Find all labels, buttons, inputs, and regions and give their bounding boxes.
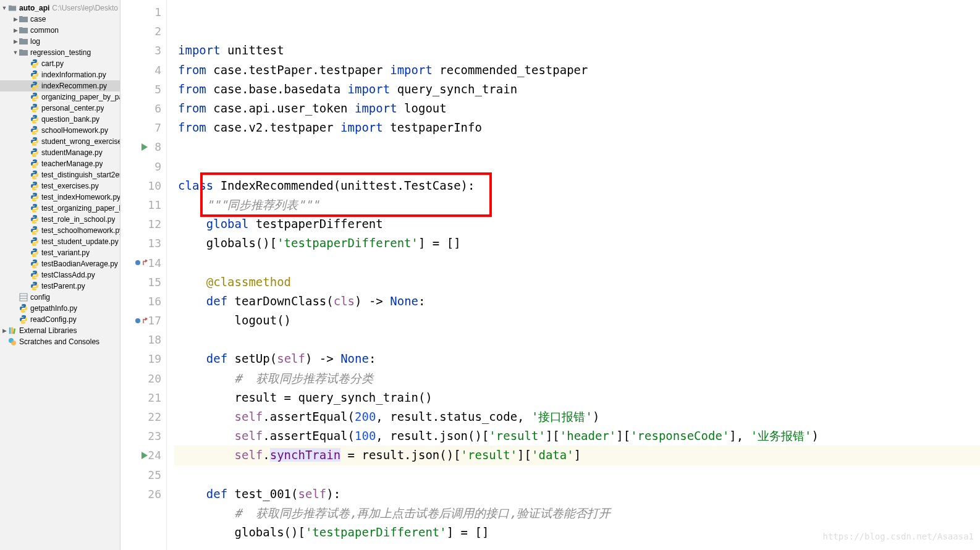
- tree-item-organizing-paper-by-pa[interactable]: organizing_paper_by_pa: [0, 91, 120, 103]
- gutter[interactable]: 1234567891011121314151617181920212223242…: [120, 0, 167, 550]
- tree-item-test-student-update-py[interactable]: test_student_update.py: [0, 236, 120, 247]
- gutter-line-5[interactable]: 5: [120, 80, 166, 99]
- code-line-16[interactable]: [174, 330, 980, 349]
- tree-item-schoolhomework-py[interactable]: schoolHomework.py: [0, 125, 120, 136]
- gutter-line-11[interactable]: 11: [120, 195, 166, 214]
- tree-item-regression-testing[interactable]: ▼regression_testing: [0, 47, 120, 58]
- scratches-consoles[interactable]: Scratches and Consoles: [0, 336, 120, 347]
- tree-item-testparent-py[interactable]: testParent.py: [0, 281, 120, 292]
- code-line-15[interactable]: logout(): [174, 311, 980, 330]
- tree-item-test-distinguish-start2en[interactable]: test_distinguish_start2en: [0, 169, 120, 180]
- code-line-11[interactable]: globals()['testpaperDifferent'] = []: [174, 234, 980, 253]
- gutter-line-15[interactable]: 15: [120, 273, 166, 292]
- external-libraries[interactable]: ▶ External Libraries: [0, 325, 120, 336]
- code-area[interactable]: import unittestfrom case.testPaper.testp…: [174, 0, 980, 550]
- code-line-4[interactable]: from case.api.user_token import logout: [174, 99, 980, 118]
- code-line-2[interactable]: from case.testPaper.testpaper import rec…: [174, 61, 980, 80]
- gutter-line-24[interactable]: 24: [120, 446, 166, 465]
- code-line-12[interactable]: [174, 253, 980, 272]
- gutter-line-1[interactable]: 1: [120, 2, 166, 22]
- code-line-17[interactable]: def setUp(self) -> None:: [174, 349, 980, 368]
- override-method-icon[interactable]: [135, 318, 148, 324]
- code-line-19[interactable]: result = query_synch_train(): [174, 388, 980, 407]
- tree-item-question-bank-py[interactable]: question_bank.py: [0, 114, 120, 125]
- run-test-icon[interactable]: [142, 452, 148, 459]
- code-line-8[interactable]: class IndexRecommended(unittest.TestCase…: [174, 176, 980, 195]
- code-line-9[interactable]: """同步推荐列表""": [174, 195, 980, 214]
- tree-item-testbaodianaverage-py[interactable]: testBaodianAverage.py: [0, 258, 120, 269]
- code-line-10[interactable]: global testpaperDifferent: [174, 214, 980, 234]
- gutter-line-18[interactable]: 18: [120, 330, 166, 349]
- gutter-line-4[interactable]: 4: [120, 61, 166, 80]
- tree-item-indexrecommen-py[interactable]: indexRecommen.py: [0, 80, 120, 91]
- code-line-24[interactable]: def test_001(self):: [174, 484, 980, 504]
- expand-arrow-icon[interactable]: ▼: [12, 49, 19, 56]
- code-editor[interactable]: 1234567891011121314151617181920212223242…: [120, 0, 980, 550]
- tree-item-test-indexhomework-py[interactable]: test_indexHomework.py: [0, 192, 120, 203]
- gutter-line-9[interactable]: 9: [120, 157, 166, 176]
- tree-item-test-organizing-paper-b[interactable]: test_organizing_paper_b: [0, 203, 120, 214]
- tree-item-label: schoolHomework.py: [41, 126, 108, 135]
- gutter-line-2[interactable]: 2: [120, 22, 166, 41]
- tree-item-log[interactable]: ▶log: [0, 36, 120, 47]
- tree-item-test-role-in-school-py[interactable]: test_role_in_school.py: [0, 214, 120, 225]
- tree-item-student-wrong-exercise-[interactable]: student_wrong_exercise.: [0, 136, 120, 147]
- code-line-25[interactable]: # 获取同步推荐试卷,再加上点击试卷后调用的接口,验证试卷能否打开: [174, 504, 980, 523]
- project-tree-sidebar[interactable]: ▼ auto_api C:\Users\lep\Deskto ▶case▶com…: [0, 0, 120, 550]
- gutter-line-6[interactable]: 6: [120, 99, 166, 118]
- gutter-line-13[interactable]: 13: [120, 234, 166, 253]
- gutter-line-23[interactable]: 23: [120, 426, 166, 446]
- tree-item-indexinformation-py[interactable]: indexInformation.py: [0, 69, 120, 80]
- tree-item-common[interactable]: ▶common: [0, 25, 120, 36]
- tree-root[interactable]: ▼ auto_api C:\Users\lep\Deskto: [0, 2, 120, 14]
- gutter-line-7[interactable]: 7: [120, 118, 166, 137]
- tree-item-getpathinfo-py[interactable]: getpathInfo.py: [0, 303, 120, 314]
- fold-area[interactable]: [167, 0, 174, 550]
- code-line-23[interactable]: [174, 465, 980, 484]
- expand-arrow-icon[interactable]: ▶: [12, 16, 19, 22]
- gutter-line-21[interactable]: 21: [120, 388, 166, 407]
- code-line-1[interactable]: import unittest: [174, 41, 980, 60]
- code-line-3[interactable]: from case.base.basedata import query_syn…: [174, 80, 980, 99]
- gutter-line-8[interactable]: 8: [120, 137, 166, 156]
- tree-item-testclassadd-py[interactable]: testClassAdd.py: [0, 269, 120, 281]
- gutter-line-16[interactable]: 16: [120, 292, 166, 311]
- expand-arrow-icon[interactable]: ▶: [1, 328, 7, 334]
- code-line-20[interactable]: self.assertEqual(200, result.status_code…: [174, 407, 980, 426]
- code-line-21[interactable]: self.assertEqual(100, result.json()['res…: [174, 426, 980, 446]
- gutter-line-10[interactable]: 10: [120, 176, 166, 195]
- code-line-7[interactable]: [174, 157, 980, 176]
- code-line-26[interactable]: globals()['testpaperDifferent'] = []: [174, 523, 980, 542]
- tree-item-test-exercises-py[interactable]: test_exercises.py: [0, 180, 120, 192]
- tree-item-test-schoolhomework-py[interactable]: test_schoolhomework.py: [0, 225, 120, 236]
- code-line-14[interactable]: def tearDownClass(cls) -> None:: [174, 292, 980, 311]
- gutter-line-19[interactable]: 19: [120, 349, 166, 368]
- gutter-line-26[interactable]: 26: [120, 484, 166, 504]
- gutter-line-25[interactable]: 25: [120, 465, 166, 484]
- expand-arrow-icon[interactable]: ▼: [1, 5, 7, 11]
- gutter-line-17[interactable]: 17: [120, 311, 166, 330]
- code-line-13[interactable]: @classmethod: [174, 273, 980, 292]
- tree-item-readconfig-py[interactable]: readConfig.py: [0, 314, 120, 325]
- override-method-icon[interactable]: [135, 260, 148, 266]
- gutter-line-20[interactable]: 20: [120, 369, 166, 388]
- tree-item-case[interactable]: ▶case: [0, 14, 120, 25]
- gutter-line-3[interactable]: 3: [120, 41, 166, 60]
- tree-item-test-variant-py[interactable]: test_variant.py: [0, 247, 120, 258]
- gutter-line-14[interactable]: 14: [120, 253, 166, 272]
- code-line-18[interactable]: # 获取同步推荐试卷分类: [174, 369, 980, 388]
- tree-item-cart-py[interactable]: cart.py: [0, 58, 120, 69]
- expand-arrow-icon[interactable]: ▶: [12, 38, 19, 44]
- tree-item-config[interactable]: config: [0, 292, 120, 303]
- run-test-icon[interactable]: [142, 143, 148, 151]
- tree-item-studentmanage-py[interactable]: studentManage.py: [0, 147, 120, 158]
- gutter-line-22[interactable]: 22: [120, 407, 166, 426]
- tree-item-personal-center-py[interactable]: personal_center.py: [0, 103, 120, 114]
- code-line-6[interactable]: [174, 137, 980, 156]
- gutter-line-12[interactable]: 12: [120, 214, 166, 234]
- expand-arrow-icon[interactable]: ▶: [12, 27, 19, 33]
- external-libraries-label: External Libraries: [19, 326, 77, 335]
- tree-item-teachermanage-py[interactable]: teacherManage.py: [0, 158, 120, 169]
- code-line-22[interactable]: self.synchTrain = result.json()['result'…: [174, 446, 980, 465]
- code-line-5[interactable]: from case.v2.testpaper import testpaperI…: [174, 118, 980, 137]
